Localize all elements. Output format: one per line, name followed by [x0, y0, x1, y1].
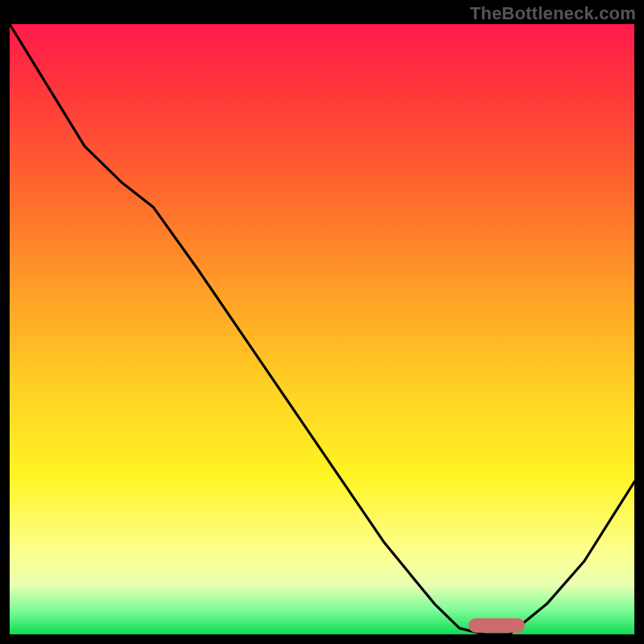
plot-area: [10, 24, 634, 634]
optimum-marker: [469, 618, 525, 633]
bottleneck-curve: [10, 24, 634, 634]
chart-stage: TheBottleneck.com: [0, 0, 644, 644]
watermark-text: TheBottleneck.com: [470, 3, 636, 24]
curve-svg: [10, 24, 634, 634]
